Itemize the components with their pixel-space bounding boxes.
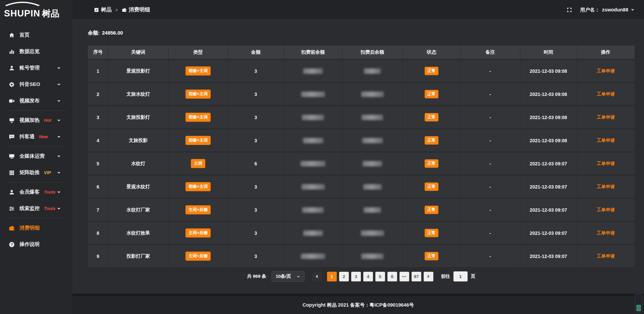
app-window: SHUPIN 树品 首页数据总览账号管理抖音SEO视频发布视频加热Hot抖客通N…: [0, 0, 644, 314]
dashboard-icon: [94, 7, 99, 12]
table-row: 7水纹灯厂家主词+后缀3正常-2021-12-03 09:07工单申请: [88, 199, 635, 221]
page-size-select[interactable]: 10条/页: [271, 271, 305, 282]
cell-keyword: 文旅投影灯: [108, 106, 168, 128]
sidebar-item-抖音SEO[interactable]: 抖音SEO: [0, 76, 72, 93]
status-badge: 正常: [425, 252, 438, 260]
next-page-button[interactable]: [424, 272, 433, 281]
pagination: 共 969 条 10条/页 123456•••97 前往 页: [88, 271, 635, 282]
cell-remark: -: [461, 60, 520, 82]
type-badge: 前缀+主词: [185, 113, 211, 122]
cell-index: 3: [88, 106, 108, 128]
page-button-4[interactable]: 4: [363, 272, 373, 281]
cell-remark: -: [461, 176, 520, 198]
cell-remark: -: [461, 153, 520, 174]
cell-remark: -: [461, 106, 520, 128]
cell-after-balance: [342, 176, 402, 198]
wallet-icon: [122, 7, 127, 12]
breadcrumb-item[interactable]: 消费明细: [122, 6, 150, 13]
cell-action: 工单申请: [577, 199, 635, 221]
cell-amount: 3: [228, 176, 284, 198]
menu-divider: [6, 110, 66, 111]
sidebar-item-抖客通[interactable]: 抖客通New: [0, 128, 72, 145]
sidebar-item-会员爆客[interactable]: 会员爆客Tools: [0, 184, 72, 200]
sidebar-item-操作说明[interactable]: ?操作说明: [0, 236, 72, 253]
balance-label: 余额:: [88, 30, 100, 36]
sidebar-item-线索监控[interactable]: 线索监控Tools: [0, 200, 72, 217]
monitor-icon: [9, 153, 15, 159]
goto-page: 前往 页: [441, 271, 476, 281]
table-row: 8水纹灯效果主词+后缀3正常-2021-12-03 09:07工单申请: [88, 222, 635, 244]
sidebar-item-消费明细[interactable]: 消费明细: [0, 220, 72, 236]
ticket-request-link[interactable]: 工单申请: [597, 68, 615, 73]
ticket-request-link[interactable]: 工单申请: [597, 254, 615, 259]
cell-type: 主词+后缀: [168, 245, 228, 267]
chevron-down-icon: [57, 206, 61, 211]
chevron-down-icon: [57, 154, 61, 158]
sidebar-item-账号管理[interactable]: 账号管理: [0, 60, 72, 76]
app-logo[interactable]: SHUPIN 树品: [0, 0, 72, 22]
page-button-2[interactable]: 2: [339, 272, 349, 281]
redacted-value: [303, 68, 323, 74]
status-badge: 正常: [425, 206, 438, 214]
screen-icon: [9, 117, 15, 123]
cell-index: 6: [88, 176, 108, 198]
browser-extension-widget[interactable]: [635, 294, 642, 313]
cell-before-balance: [284, 129, 342, 151]
column-header: 类型: [168, 46, 228, 59]
logo-arc: [3, 2, 42, 6]
cell-keyword: 投影灯厂家: [108, 245, 168, 267]
chevron-right-icon: [426, 274, 430, 278]
page-button-1[interactable]: 1: [327, 272, 337, 281]
cell-index: 9: [88, 245, 108, 267]
redacted-value: [361, 254, 383, 259]
footer: Copyright 树品 2021 备案号：粤ICP备09019646号: [72, 294, 644, 314]
type-badge: 主词+后缀: [185, 205, 211, 214]
redacted-value: [364, 68, 381, 74]
cell-keyword: 景观水纹灯: [108, 176, 168, 198]
sidebar-item-矩阵助推[interactable]: 矩阵助推VIP: [0, 164, 72, 181]
cell-type: 主词+后缀: [168, 199, 228, 221]
username: zswodun88: [602, 7, 628, 12]
table-row: 1景观投影灯前缀+主词3正常-2021-12-03 09:08工单申请: [88, 60, 635, 82]
goto-page-input[interactable]: [453, 271, 468, 281]
ticket-request-link[interactable]: 工单申请: [597, 161, 615, 166]
redacted-value: [363, 184, 382, 190]
cell-time: 2021-12-03 09:07: [520, 222, 577, 244]
ticket-request-link[interactable]: 工单申请: [597, 115, 615, 120]
sidebar-item-数据总览[interactable]: 数据总览: [0, 43, 72, 60]
status-badge: 正常: [425, 90, 438, 98]
sidebar-item-首页[interactable]: 首页: [0, 27, 72, 43]
chevron-down-icon: [57, 118, 61, 122]
prev-page-button[interactable]: [312, 272, 322, 281]
ticket-request-link[interactable]: 工单申请: [597, 230, 615, 235]
cell-after-balance: [342, 60, 402, 82]
cell-after-balance: [342, 199, 402, 221]
page-button-6[interactable]: 6: [387, 272, 397, 281]
ticket-request-link[interactable]: 工单申请: [597, 184, 615, 189]
page-button-5[interactable]: 5: [375, 272, 385, 281]
cell-type: 前缀+主词: [168, 60, 228, 82]
cell-remark: -: [461, 245, 520, 267]
sidebar-item-label: 视频加热: [19, 117, 40, 123]
sidebar-item-视频发布[interactable]: 视频发布: [0, 93, 72, 109]
page-ellipsis-button[interactable]: •••: [399, 272, 409, 281]
ticket-request-link[interactable]: 工单申请: [597, 92, 615, 97]
page-button-3[interactable]: 3: [351, 272, 361, 281]
breadcrumb-item[interactable]: 树品: [94, 6, 112, 13]
user-menu[interactable]: 用户名：zswodun88: [580, 7, 635, 13]
ticket-request-link[interactable]: 工单申请: [597, 138, 615, 143]
cell-amount: 3: [228, 245, 284, 267]
page-button-97[interactable]: 97: [412, 272, 421, 281]
breadcrumb-separator: >: [115, 7, 118, 12]
cell-action: 工单申请: [577, 153, 635, 174]
sidebar: SHUPIN 树品 首页数据总览账号管理抖音SEO视频发布视频加热Hot抖客通N…: [0, 0, 72, 314]
chevron-left-icon: [315, 274, 319, 278]
breadcrumb-label: 树品: [101, 6, 112, 13]
menu-divider: [6, 218, 66, 218]
redacted-value: [362, 138, 383, 143]
ticket-request-link[interactable]: 工单申请: [597, 207, 615, 212]
menu-divider: [6, 146, 66, 147]
sidebar-item-视频加热[interactable]: 视频加热Hot: [0, 112, 72, 128]
fullscreen-icon[interactable]: [567, 7, 572, 13]
sidebar-item-全媒体运营[interactable]: 全媒体运营: [0, 148, 72, 164]
